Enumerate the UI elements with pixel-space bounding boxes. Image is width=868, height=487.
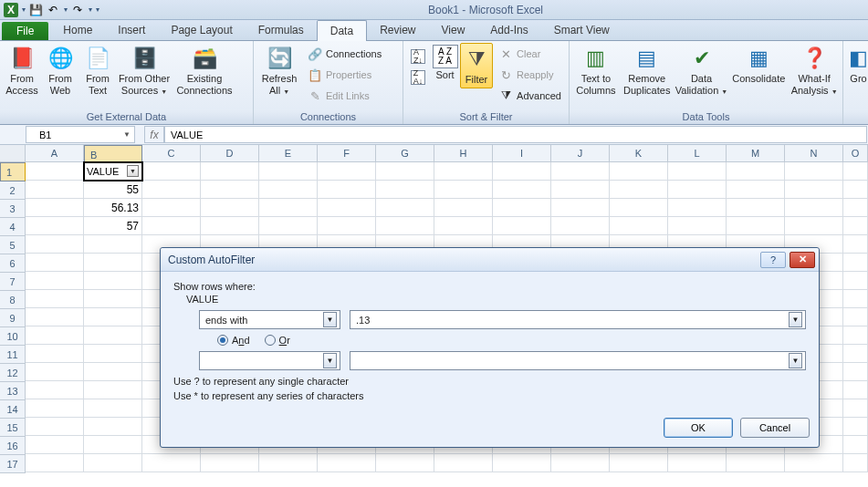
formula-input[interactable]: VALUE	[164, 126, 867, 143]
cell-O14[interactable]	[843, 399, 868, 418]
from-access-button[interactable]: 📕 From Access	[3, 43, 41, 98]
cell-E17[interactable]	[259, 454, 318, 472]
cell-D3[interactable]	[201, 199, 259, 217]
cell-F4[interactable]	[318, 217, 376, 235]
cell-H3[interactable]	[434, 199, 493, 217]
col-header-D[interactable]: D	[201, 145, 259, 162]
tab-formulas[interactable]: Formulas	[246, 20, 317, 40]
qat-customize-icon[interactable]: ▾	[95, 2, 99, 18]
col-header-L[interactable]: L	[668, 145, 727, 162]
col-header-O[interactable]: O	[843, 145, 868, 162]
cell-K1[interactable]	[610, 162, 668, 181]
cell-G1[interactable]	[376, 162, 434, 181]
cell-O17[interactable]	[843, 454, 868, 472]
col-header-E[interactable]: E	[259, 145, 318, 162]
row-header-11[interactable]: 11	[0, 346, 26, 364]
col-header-H[interactable]: H	[434, 145, 493, 162]
cell-A3[interactable]	[26, 199, 84, 217]
cell-H1[interactable]	[434, 162, 493, 181]
cell-O7[interactable]	[843, 272, 868, 290]
value-1-input[interactable]: .13 ▼	[350, 310, 806, 329]
row-header-9[interactable]: 9	[0, 309, 26, 327]
cell-M4[interactable]	[727, 217, 785, 235]
col-header-C[interactable]: C	[142, 145, 201, 162]
what-if-button[interactable]: ❓ What-If Analysis ▼	[789, 43, 840, 98]
cell-A5[interactable]	[26, 235, 84, 254]
cell-A7[interactable]	[26, 272, 84, 290]
cell-L4[interactable]	[668, 217, 727, 235]
refresh-all-button[interactable]: 🔄 Refresh All ▼	[256, 43, 302, 98]
cell-O8[interactable]	[843, 290, 868, 308]
filter-button[interactable]: ⧩ Filter	[460, 43, 493, 88]
operator-2-select[interactable]: ▼	[199, 351, 340, 370]
cell-E4[interactable]	[259, 217, 318, 235]
tab-smart-view[interactable]: Smart View	[541, 20, 622, 40]
cell-I2[interactable]	[493, 181, 551, 199]
cell-O6[interactable]	[843, 254, 868, 272]
col-header-A[interactable]: A	[26, 145, 84, 162]
cell-B3[interactable]: 56.13	[84, 199, 142, 217]
cell-O3[interactable]	[843, 199, 868, 217]
name-box-dropdown-icon[interactable]: ▼	[123, 130, 131, 139]
cell-A1[interactable]	[26, 162, 84, 181]
row-header-17[interactable]: 17	[0, 455, 26, 473]
cell-C2[interactable]	[142, 181, 201, 199]
col-header-M[interactable]: M	[727, 145, 785, 162]
cell-G17[interactable]	[376, 454, 434, 472]
cell-I17[interactable]	[493, 454, 551, 472]
cell-O5[interactable]	[843, 235, 868, 254]
cell-C4[interactable]	[142, 217, 201, 235]
row-header-1[interactable]: 1	[0, 162, 26, 181]
cell-B4[interactable]: 57	[84, 217, 142, 235]
cell-L3[interactable]	[668, 199, 727, 217]
cell-J4[interactable]	[551, 217, 610, 235]
cell-F3[interactable]	[318, 199, 376, 217]
cell-A15[interactable]	[26, 418, 84, 436]
col-header-G[interactable]: G	[376, 145, 434, 162]
cell-N17[interactable]	[785, 454, 843, 472]
cell-B1[interactable]: VALUE▼	[84, 162, 142, 181]
from-web-button[interactable]: 🌐 From Web	[42, 43, 78, 98]
cell-B7[interactable]	[84, 272, 142, 290]
cell-O11[interactable]	[843, 345, 868, 363]
row-header-6[interactable]: 6	[0, 254, 26, 273]
cell-O1[interactable]	[843, 162, 868, 181]
sort-asc-button[interactable]: AZ↓	[408, 47, 428, 67]
row-header-12[interactable]: 12	[0, 364, 26, 382]
cell-I3[interactable]	[493, 199, 551, 217]
sort-desc-button[interactable]: ZA↓	[408, 67, 428, 88]
cell-K4[interactable]	[610, 217, 668, 235]
properties-button[interactable]: 📋Properties	[305, 65, 384, 85]
row-header-10[interactable]: 10	[0, 327, 26, 346]
cell-O13[interactable]	[843, 381, 868, 399]
cell-A2[interactable]	[26, 181, 84, 199]
tab-home[interactable]: Home	[50, 20, 105, 40]
dialog-close-button[interactable]: ✕	[790, 252, 815, 268]
redo-icon[interactable]: ↷	[70, 3, 85, 17]
filter-dropdown-icon[interactable]: ▼	[127, 165, 139, 177]
tab-page-layout[interactable]: Page Layout	[158, 20, 245, 40]
col-header-F[interactable]: F	[318, 145, 376, 162]
cell-O2[interactable]	[843, 181, 868, 199]
operator-1-select[interactable]: ends with ▼	[199, 310, 340, 329]
cell-A11[interactable]	[26, 345, 84, 363]
cell-B17[interactable]	[84, 454, 142, 472]
cell-O4[interactable]	[843, 217, 868, 235]
cell-G3[interactable]	[376, 199, 434, 217]
cell-B8[interactable]	[84, 290, 142, 308]
cell-F2[interactable]	[318, 181, 376, 199]
cell-H2[interactable]	[434, 181, 493, 199]
cell-E3[interactable]	[259, 199, 318, 217]
cell-A16[interactable]	[26, 436, 84, 454]
cell-O9[interactable]	[843, 308, 868, 326]
cell-C17[interactable]	[142, 454, 201, 472]
undo-dropdown-icon[interactable]: ▾	[63, 2, 68, 18]
from-other-sources-button[interactable]: 🗄️ From Other Sources ▼	[117, 43, 172, 98]
cell-D17[interactable]	[201, 454, 259, 472]
row-header-5[interactable]: 5	[0, 236, 26, 254]
select-all-corner[interactable]	[0, 145, 26, 162]
tab-view[interactable]: View	[429, 20, 478, 40]
col-header-N[interactable]: N	[785, 145, 843, 162]
tab-data[interactable]: Data	[317, 20, 367, 41]
cell-A4[interactable]	[26, 217, 84, 235]
